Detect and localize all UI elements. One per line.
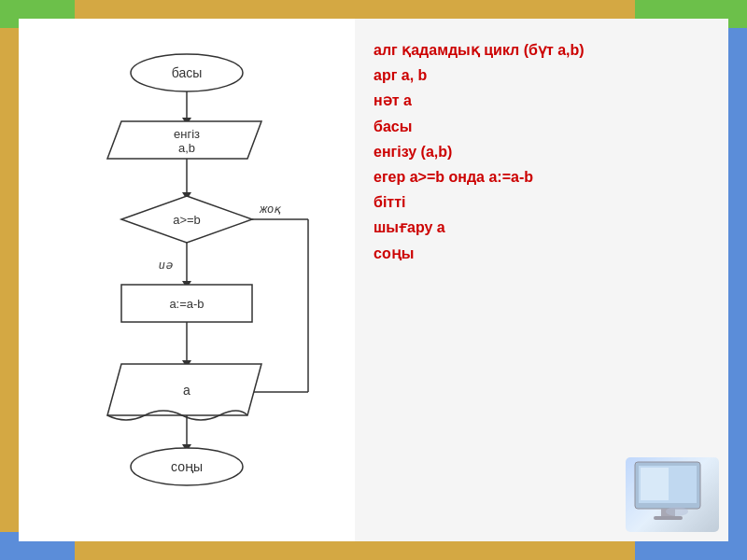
code-panel: алг қадамдық цикл (бүт a,b) арг a, b нәт… bbox=[355, 19, 728, 541]
svg-point-34 bbox=[666, 507, 688, 516]
main-content: иә жоқ басы енгіз a,b a>=b bbox=[19, 19, 728, 541]
flowchart-svg: иә жоқ басы енгіз a,b a>=b bbox=[28, 28, 345, 523]
code-line-6: егер a>=b онда a:=a-b bbox=[374, 164, 710, 189]
svg-text:a,b: a,b bbox=[178, 141, 195, 155]
svg-text:соңы: соңы bbox=[171, 459, 203, 474]
svg-text:a: a bbox=[183, 383, 190, 398]
svg-text:басы: басы bbox=[172, 65, 203, 80]
code-line-2: арг a, b bbox=[374, 63, 710, 88]
svg-rect-31 bbox=[641, 468, 669, 500]
svg-rect-33 bbox=[654, 516, 683, 520]
left-border bbox=[0, 0, 19, 560]
svg-text:иә: иә bbox=[159, 259, 173, 272]
algorithm-code: алг қадамдық цикл (бүт a,b) арг a, b нәт… bbox=[374, 37, 710, 266]
code-line-9: соңы bbox=[374, 241, 710, 266]
svg-text:жоқ: жоқ bbox=[259, 203, 282, 216]
code-line-4: басы bbox=[374, 114, 710, 139]
code-line-5: енгізу (a,b) bbox=[374, 139, 710, 164]
svg-text:a:=a-b: a:=a-b bbox=[169, 297, 204, 311]
code-line-8: шығару a bbox=[374, 215, 710, 240]
svg-text:a>=b: a>=b bbox=[173, 213, 201, 227]
flowchart-panel: иә жоқ басы енгіз a,b a>=b bbox=[19, 19, 355, 541]
svg-text:енгіз: енгіз bbox=[174, 127, 200, 141]
code-line-1: алг қадамдық цикл (бүт a,b) bbox=[374, 37, 710, 63]
right-border bbox=[728, 0, 747, 560]
code-line-3: нәт a bbox=[374, 88, 710, 113]
code-line-7: бітті bbox=[374, 189, 710, 215]
computer-image bbox=[626, 457, 719, 532]
